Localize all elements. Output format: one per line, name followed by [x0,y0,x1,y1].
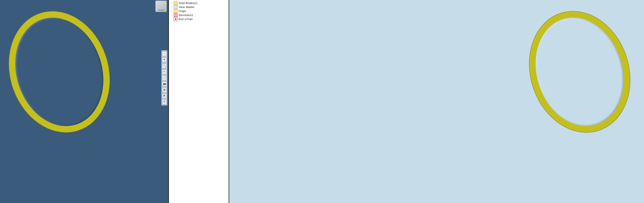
origin-icon [174,9,178,13]
expander-icon[interactable]: › [170,14,173,16]
view-icon [174,5,178,9]
home-icon[interactable]: ⌂ [162,52,167,56]
settings-icon[interactable]: ⚙ [162,100,167,104]
view-cube[interactable]: FRONT [155,1,167,12]
revolve-feature-icon [174,13,178,17]
node-label: Revolution1 [179,14,193,17]
viewport-left[interactable]: FRONT ⌂ ✥ 🔍 ⟳ ▢ 📷 ▦ ◩ ⚙ [0,0,169,203]
node-revolution1[interactable]: › Revolution1 [170,13,227,17]
expander-icon[interactable]: › [170,2,173,4]
section-icon[interactable]: ▦ [162,88,167,92]
orbit-icon[interactable]: ⟳ [162,70,167,74]
node-end-of-part[interactable]: ✖ End of Part [170,17,227,21]
node-solid-bodies[interactable]: › Solid Bodies(1) [170,1,227,5]
solid-bodies-icon [174,1,178,5]
end-of-part-icon: ✖ [174,17,178,21]
zoom-icon[interactable]: 🔍 [162,64,167,68]
expander-icon[interactable]: › [170,6,173,8]
node-label: Solid Bodies(1) [179,2,197,5]
node-label: End of Part [179,18,192,21]
model-ring-right[interactable] [514,0,644,146]
view-cube-label: FRONT [158,9,164,11]
node-label: View: Master [179,6,194,9]
lookat-icon[interactable]: ▢ [162,76,167,80]
model-ring-left[interactable] [0,0,125,146]
viewport-right[interactable] [229,0,644,203]
node-view-master[interactable]: › View: Master [170,5,227,9]
node-label: Origin [179,10,186,13]
in-canvas-toolbar: ⌂ ✥ 🔍 ⟳ ▢ 📷 ▦ ◩ ⚙ [161,50,167,106]
model-browser[interactable]: › Solid Bodies(1) › View: Master › Origi… [169,0,229,203]
expander-icon[interactable]: › [170,10,173,12]
camera-icon[interactable]: 📷 [162,82,167,86]
material-icon[interactable]: ◩ [162,94,167,98]
node-origin[interactable]: › Origin [170,9,227,13]
pan-icon[interactable]: ✥ [162,58,167,62]
